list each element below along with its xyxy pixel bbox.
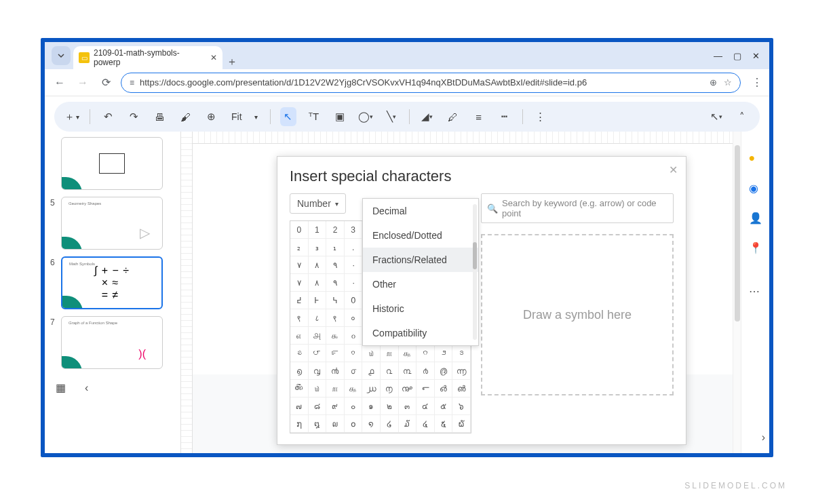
character-cell[interactable]: ९ [290,309,309,327]
dropdown-item[interactable]: Other [363,272,478,296]
character-cell[interactable]: ൲ [399,380,417,398]
character-cell[interactable]: ๔ [416,398,435,415]
character-cell[interactable]: ९ [326,309,345,327]
character-cell[interactable]: ೨ [435,345,453,362]
character-cell[interactable]: ८ [309,309,327,327]
image-tool[interactable]: ▣ [332,107,348,126]
browser-tab[interactable]: ▭ 2109-01-math-symbols-powerp ✕ [73,46,222,69]
reload-button[interactable]: ⟳ [98,75,114,91]
contacts-icon[interactable]: 👤 [749,212,762,225]
show-side-panel-button[interactable]: › [762,431,765,444]
dropdown-item[interactable]: Fractions/Related [363,248,478,272]
border-dash-button[interactable]: ┅ [497,107,513,126]
thumb-row[interactable]: 5 Geometry Shapes ▷ [50,197,175,250]
pointer-menu[interactable]: ↖▾ [708,107,724,126]
dialog-close-button[interactable]: ✕ [669,163,678,176]
slide-thumb-7[interactable]: Graph of a Function Shape )( [61,316,163,369]
character-cell[interactable]: ๘ [309,398,327,415]
character-cell[interactable]: ௲ [399,345,417,362]
dropdown-item[interactable]: Decimal [363,199,478,223]
character-cell[interactable]: ໙ [326,415,345,433]
print-button[interactable]: 🖶 [151,107,168,126]
character-cell[interactable]: ൴ [435,380,453,398]
character-cell[interactable]: 3 [345,221,363,239]
select-tool[interactable]: ↖ [280,107,296,126]
character-cell[interactable]: ൪ [416,362,435,380]
character-cell[interactable]: ౦ [345,345,363,362]
textbox-tool[interactable]: ᵀT [306,107,322,126]
dropdown-scrollbar[interactable] [473,204,477,340]
character-cell[interactable]: ൧ [362,362,381,380]
character-cell[interactable]: 2 [326,221,345,239]
character-cell[interactable]: ൦ [345,362,363,380]
character-cell[interactable]: ൩ [399,362,417,380]
dropdown-item[interactable]: Historic [363,296,478,321]
prev-slide-button[interactable]: ‹ [85,382,88,394]
tab-search-button[interactable] [52,46,71,65]
shape-tool[interactable]: ◯▾ [357,107,374,126]
thumb-row[interactable] [50,137,175,190]
character-search-input[interactable]: 🔍 Search by keyword (e.g. arrow) or code… [481,193,674,223]
new-tab-button[interactable]: ＋ [222,55,241,69]
zoom-icon[interactable]: ⊕ [710,77,717,88]
character-cell[interactable]: ௰ [362,345,381,362]
toolbar-more-button[interactable]: ⋮ [532,107,549,126]
character-cell[interactable]: ٨ [309,256,327,274]
character-cell[interactable]: ໖ [452,415,471,433]
character-cell[interactable]: ๗ [290,398,309,415]
character-cell[interactable]: 0 [290,221,309,239]
close-window-button[interactable]: ✕ [752,51,760,61]
grid-view-button[interactable]: ▦ [56,381,66,394]
character-cell[interactable]: ໔ [416,415,435,433]
character-cell[interactable]: ௭ [290,327,309,345]
character-cell[interactable]: ൫ [435,362,453,380]
slide-thumb-6[interactable]: Math Symbols ∫ + − ÷ × ≈ = ≠ [61,256,163,309]
character-cell[interactable]: ໒ [381,415,399,433]
character-cell[interactable]: ൰ [362,380,381,398]
thumb-row[interactable]: 7 Graph of a Function Shape )( [50,316,175,369]
character-cell[interactable]: ۰ [345,274,363,292]
dropdown-item[interactable]: Enclosed/Dotted [363,223,478,248]
character-cell[interactable]: ๓ [399,398,417,415]
zoom-plus-button[interactable]: ⊕ [203,107,219,126]
dropdown-item[interactable]: Compatibility [363,321,478,345]
zoom-level-select[interactable]: Fit▾ [229,107,260,126]
keep-icon[interactable]: ● [749,152,762,166]
character-cell[interactable]: ෯ [290,380,309,398]
character-cell[interactable]: ๑ [362,398,381,415]
forward-button[interactable]: → [75,75,91,91]
character-cell[interactable]: ౩ [452,345,471,362]
character-cell[interactable]: ௱ [381,345,399,362]
character-cell[interactable]: ೧ [416,345,435,362]
collapse-toolbar-button[interactable]: ˄ [734,107,750,126]
paint-format-button[interactable]: 🖌 [177,107,193,126]
character-cell[interactable]: ౮ [309,345,327,362]
slide-thumb-5[interactable]: Geometry Shapes ▷ [61,197,163,250]
character-cell[interactable]: ߀ [345,292,363,309]
tasks-icon[interactable]: ◉ [749,182,762,195]
character-cell[interactable]: ₂ [290,239,309,256]
character-cell[interactable]: ൬ [452,362,471,380]
character-cell[interactable]: ໘ [309,415,327,433]
border-color-button[interactable]: 🖊 [445,107,461,126]
addons-more-icon[interactable]: ⋯ [749,285,762,298]
character-cell[interactable]: ๙ [326,398,345,415]
minimize-button[interactable]: — [714,51,722,61]
character-cell[interactable]: ໗ [290,415,309,433]
fill-color-button[interactable]: ◢▾ [419,107,435,126]
character-cell[interactable]: ໕ [435,415,453,433]
character-cell[interactable]: ௱ [326,380,345,398]
character-cell[interactable]: ໓ [399,415,417,433]
character-cell[interactable]: ₁ [326,239,345,256]
draw-symbol-pad[interactable]: Draw a symbol here [481,234,674,395]
bookmark-star-icon[interactable]: ☆ [724,77,732,88]
character-cell[interactable]: ௰ [309,380,327,398]
redo-button[interactable]: ↷ [125,107,142,126]
character-cell[interactable]: ₃ [309,239,327,256]
character-cell[interactable]: ٨ [309,274,327,292]
undo-button[interactable]: ↶ [100,107,116,126]
new-slide-button[interactable]: ＋▾ [64,107,80,126]
character-cell[interactable]: ൱ [381,380,399,398]
character-cell[interactable]: ٩ [326,274,345,292]
character-cell[interactable]: ௦ [345,327,363,345]
